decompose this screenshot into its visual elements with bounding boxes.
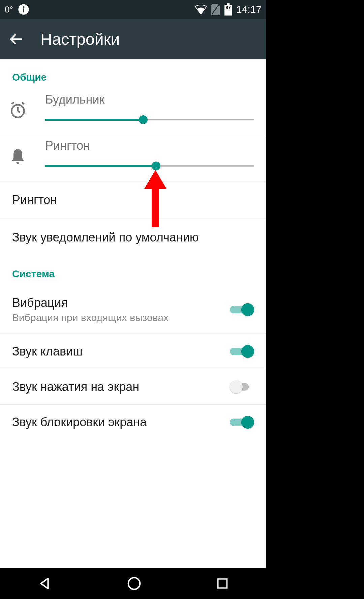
vibration-switch[interactable] xyxy=(230,302,254,317)
keytones-switch[interactable] xyxy=(230,344,254,359)
touchsound-switch[interactable] xyxy=(230,379,254,394)
vibration-row[interactable]: Вибрация Вибрация при входящих вызовах xyxy=(0,286,266,334)
svg-line-10 xyxy=(11,103,14,104)
nav-back-button[interactable] xyxy=(37,576,53,591)
ringtone-volume-slider[interactable] xyxy=(45,161,254,171)
alarm-volume-slider[interactable] xyxy=(45,115,254,125)
svg-point-13 xyxy=(128,578,140,590)
battery-icon: 97 xyxy=(224,3,232,16)
svg-line-11 xyxy=(22,103,24,104)
locksound-title: Звук блокировки экрана xyxy=(12,415,230,429)
alarm-volume-row: Будильник xyxy=(0,89,266,135)
status-clock: 14:17 xyxy=(236,4,262,15)
svg-rect-14 xyxy=(218,579,227,588)
keytones-title: Звук клавиш xyxy=(12,344,230,359)
alarm-volume-label: Будильник xyxy=(45,92,254,107)
keytones-row[interactable]: Звук клавиш xyxy=(0,334,266,369)
locksound-switch[interactable] xyxy=(230,415,254,430)
navigation-bar xyxy=(0,568,266,599)
section-header-system: Система xyxy=(0,256,266,286)
svg-rect-1 xyxy=(23,8,24,12)
page-title: Настройки xyxy=(40,30,120,49)
info-icon xyxy=(18,4,29,15)
default-notification-sound-row[interactable]: Звук уведомлений по умолчанию xyxy=(0,219,266,256)
battery-percent: 97 xyxy=(224,5,232,10)
locksound-row[interactable]: Звук блокировки экрана xyxy=(0,405,266,433)
status-temperature: 0° xyxy=(5,4,13,15)
back-button[interactable] xyxy=(7,31,24,48)
nav-recents-button[interactable] xyxy=(216,577,229,590)
ringtone-volume-label: Рингтон xyxy=(45,139,254,153)
settings-content: Общие Будильник Рингтон xyxy=(0,59,266,433)
section-header-general: Общие xyxy=(0,59,266,89)
vibration-subtitle: Вибрация при входящих вызовах xyxy=(12,312,230,323)
touchsound-row[interactable]: Звук нажатия на экран xyxy=(0,369,266,405)
svg-line-9 xyxy=(18,111,20,113)
sim-icon xyxy=(211,4,220,15)
wifi-icon xyxy=(195,5,207,14)
alarm-icon xyxy=(6,98,30,122)
ringtone-volume-row: Рингтон xyxy=(0,135,266,181)
status-bar: 0° 97 14:17 xyxy=(0,0,266,19)
bell-icon xyxy=(6,145,30,168)
nav-home-button[interactable] xyxy=(126,576,142,591)
ringtone-row[interactable]: Рингтон xyxy=(0,181,266,219)
touchsound-title: Звук нажатия на экран xyxy=(12,380,230,394)
svg-point-2 xyxy=(23,6,24,8)
app-bar: Настройки xyxy=(0,19,266,59)
vibration-title: Вибрация xyxy=(12,296,230,310)
